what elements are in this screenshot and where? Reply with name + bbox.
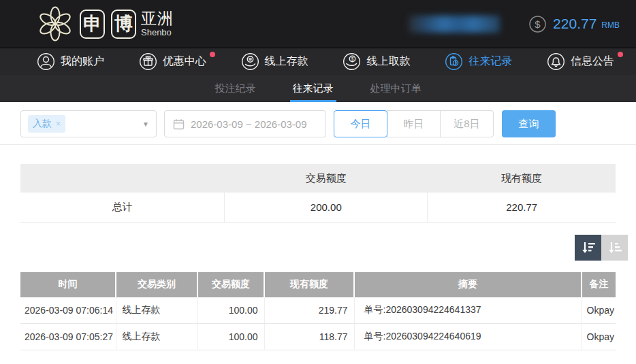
sort-ascending-icon <box>607 239 623 256</box>
subtab-pending-orders[interactable]: 处理中订单 <box>368 75 424 102</box>
range-today-button[interactable]: 今日 <box>334 110 387 137</box>
summary-col-balance: 现有额度 <box>428 164 616 193</box>
table-row: 2026-03-09 07:05:27 线上存款 100.00 118.77 单… <box>20 324 616 350</box>
sort-descending-button[interactable] <box>575 235 601 261</box>
nav-item-label: 信息公告 <box>571 54 614 69</box>
date-range-value: 2026-03-09 ~ 2026-03-09 <box>191 118 307 130</box>
cell-summary: 单号:202603094224641337 <box>354 297 582 324</box>
summary-total-row: 总计 200.00 220.77 <box>20 193 616 222</box>
nav-item-label: 线上取款 <box>366 54 410 69</box>
notification-dot <box>618 52 623 57</box>
calendar-icon <box>173 118 185 130</box>
nav-item-announcements[interactable]: 信息公告 <box>547 52 614 71</box>
sort-bar <box>20 235 628 261</box>
records-table: 时间 交易类别 交易额度 现有额度 摘要 备注 2026-03-09 07:06… <box>20 272 616 351</box>
cell-amount: 100.00 <box>197 297 264 324</box>
subtab-label: 往来记录 <box>293 82 334 95</box>
summary-total-balance: 220.77 <box>428 193 616 222</box>
cell-balance: 118.77 <box>264 324 354 350</box>
cell-time: 2026-03-09 07:05:27 <box>20 324 116 350</box>
cell-balance: 219.77 <box>264 297 354 324</box>
nav-item-transaction-records[interactable]: 往来记录 <box>445 52 512 71</box>
balance-display[interactable]: $ 220.77 RMB <box>528 15 620 33</box>
nav-item-promotions[interactable]: 优惠中心 <box>139 52 206 71</box>
transaction-type-select[interactable]: 入款 × ▼ <box>20 110 157 137</box>
nav-item-label: 优惠中心 <box>163 54 206 69</box>
withdraw-icon: $ <box>343 52 361 71</box>
nav-item-withdraw[interactable]: $ 线上取款 <box>343 52 410 71</box>
nav-item-label: 线上存款 <box>265 54 308 69</box>
gift-icon <box>139 52 157 71</box>
summary-col-empty <box>20 164 225 193</box>
summary-table: 交易额度 现有额度 总计 200.00 220.77 <box>20 164 616 222</box>
search-button[interactable]: 查询 <box>502 110 556 137</box>
tag-label: 入款 <box>33 118 52 130</box>
logo-char-shen: 申 <box>80 10 105 39</box>
selected-type-tag: 入款 × <box>28 115 65 133</box>
username-redacted <box>409 16 500 33</box>
col-type: 交易类别 <box>116 272 197 297</box>
filter-bar: 入款 × ▼ 2026-03-09 ~ 2026-03-09 今日 昨日 近8日… <box>20 110 616 137</box>
bell-icon <box>547 52 565 71</box>
quick-range-group: 今日 昨日 近8日 <box>334 110 494 137</box>
notification-dot <box>210 52 215 57</box>
sort-ascending-button[interactable] <box>601 235 628 261</box>
subtab-label: 处理中订单 <box>370 82 422 95</box>
remove-tag-icon[interactable]: × <box>56 119 61 129</box>
logo-char-bo: 博 <box>111 10 136 39</box>
dollar-circle-icon: $ <box>528 15 547 33</box>
nav-item-my-account[interactable]: 我的账户 <box>37 52 104 71</box>
summary-col-amount: 交易额度 <box>225 164 428 193</box>
col-balance: 现有额度 <box>264 272 354 297</box>
deposit-icon <box>241 52 259 71</box>
cell-type: 线上存款 <box>116 324 197 350</box>
col-amount: 交易额度 <box>197 272 264 297</box>
summary-total-amount: 200.00 <box>225 193 428 222</box>
sort-descending-icon <box>580 239 597 256</box>
subtab-betting-records[interactable]: 投注纪录 <box>212 75 259 102</box>
nav-item-label: 我的账户 <box>61 54 104 69</box>
balance-amount: 220.77 <box>553 16 597 32</box>
records-header-row: 时间 交易类别 交易额度 现有额度 摘要 备注 <box>20 272 616 297</box>
nav-item-deposit[interactable]: 线上存款 <box>241 52 308 71</box>
range-yesterday-button[interactable]: 昨日 <box>387 110 441 137</box>
chevron-down-icon: ▼ <box>142 120 149 128</box>
brand-logo[interactable]: 申 博 亚洲 Shenbo <box>37 5 174 42</box>
svg-text:$: $ <box>351 56 354 61</box>
col-summary: 摘要 <box>354 272 582 297</box>
main-nav: 我的账户 优惠中心 线上存款 $ 线上取款 <box>0 48 636 75</box>
records-icon <box>445 52 463 71</box>
cell-summary: 单号:202603094224640619 <box>354 324 582 350</box>
table-row: 2026-03-09 07:06:14 线上存款 100.00 219.77 单… <box>20 297 616 324</box>
cell-time: 2026-03-09 07:06:14 <box>20 297 116 324</box>
summary-header-row: 交易额度 现有额度 <box>20 164 616 193</box>
divider <box>0 144 636 145</box>
summary-total-label: 总计 <box>20 193 225 222</box>
user-icon <box>37 52 55 71</box>
subnav: 投注纪录 往来记录 处理中订单 <box>0 75 636 102</box>
main-content: 入款 × ▼ 2026-03-09 ~ 2026-03-09 今日 昨日 近8日… <box>0 110 636 350</box>
svg-text:$: $ <box>535 18 541 30</box>
cell-remark: Okpay <box>582 297 616 324</box>
date-range-input[interactable]: 2026-03-09 ~ 2026-03-09 <box>164 110 326 137</box>
nav-item-label: 往来记录 <box>468 54 512 69</box>
app-header: 申 博 亚洲 Shenbo $ 220.77 RMB <box>0 0 636 48</box>
logo-region-text: 亚洲 <box>141 11 174 27</box>
subtab-transaction-records[interactable]: 往来记录 <box>290 75 336 102</box>
logo-subtitle: Shenbo <box>141 28 174 37</box>
cell-amount: 100.00 <box>197 324 264 350</box>
balance-currency: RMB <box>601 18 620 30</box>
cell-remark: Okpay <box>582 324 616 350</box>
col-time: 时间 <box>20 272 116 297</box>
subtab-label: 投注纪录 <box>215 82 256 95</box>
cell-type: 线上存款 <box>116 297 197 324</box>
col-remark: 备注 <box>582 272 616 297</box>
range-last8days-button[interactable]: 近8日 <box>440 110 494 137</box>
flower-logo-icon <box>37 5 74 42</box>
